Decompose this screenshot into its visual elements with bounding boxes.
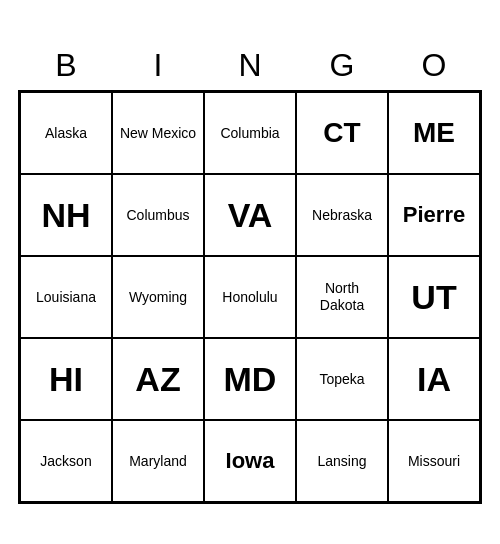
bingo-grid: AlaskaNew MexicoColumbiaCTMENHColumbusVA… [18,90,482,504]
bingo-cell-r4-c1: Maryland [112,420,204,502]
header-letter-o: O [388,40,480,90]
bingo-cell-r2-c0: Louisiana [20,256,112,338]
bingo-row-0: AlaskaNew MexicoColumbiaCTME [20,92,480,174]
header-letter-g: G [296,40,388,90]
bingo-cell-r4-c4: Missouri [388,420,480,502]
bingo-row-4: JacksonMarylandIowaLansingMissouri [20,420,480,502]
bingo-cell-r0-c2: Columbia [204,92,296,174]
bingo-cell-r2-c4: UT [388,256,480,338]
bingo-cell-r1-c2: VA [204,174,296,256]
bingo-row-2: LouisianaWyomingHonoluluNorth DakotaUT [20,256,480,338]
bingo-cell-r1-c4: Pierre [388,174,480,256]
bingo-cell-r2-c3: North Dakota [296,256,388,338]
bingo-cell-r2-c2: Honolulu [204,256,296,338]
bingo-cell-r0-c3: CT [296,92,388,174]
bingo-cell-r3-c4: IA [388,338,480,420]
bingo-cell-r0-c1: New Mexico [112,92,204,174]
bingo-cell-r1-c1: Columbus [112,174,204,256]
header-letter-n: N [204,40,296,90]
header-letter-i: I [112,40,204,90]
bingo-cell-r3-c1: AZ [112,338,204,420]
bingo-row-3: HIAZMDTopekaIA [20,338,480,420]
bingo-cell-r4-c3: Lansing [296,420,388,502]
bingo-row-1: NHColumbusVANebraskaPierre [20,174,480,256]
bingo-cell-r3-c3: Topeka [296,338,388,420]
bingo-header: BINGO [20,40,480,90]
bingo-cell-r1-c3: Nebraska [296,174,388,256]
bingo-cell-r2-c1: Wyoming [112,256,204,338]
bingo-cell-r4-c0: Jackson [20,420,112,502]
header-letter-b: B [20,40,112,90]
bingo-cell-r3-c0: HI [20,338,112,420]
bingo-cell-r1-c0: NH [20,174,112,256]
bingo-cell-r3-c2: MD [204,338,296,420]
bingo-cell-r4-c2: Iowa [204,420,296,502]
bingo-cell-r0-c0: Alaska [20,92,112,174]
bingo-cell-r0-c4: ME [388,92,480,174]
